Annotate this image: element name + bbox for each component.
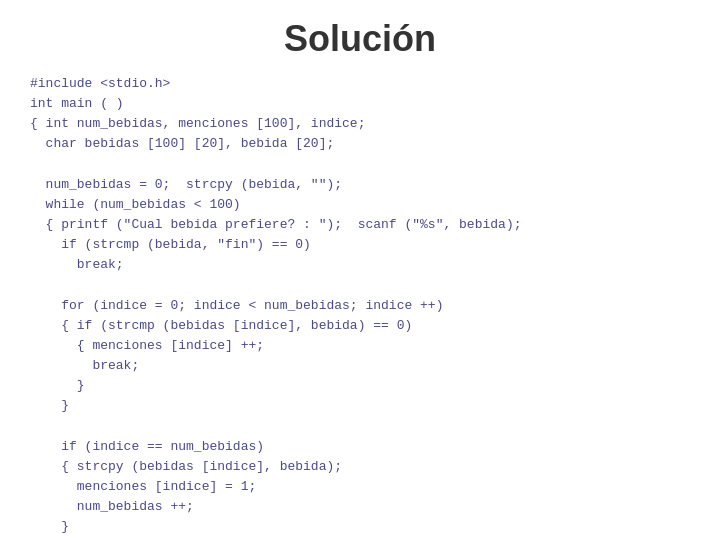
page-title: Solución [0,0,720,70]
code-block: #include <stdio.h> int main ( ) { int nu… [0,70,720,540]
page-container: Solución #include <stdio.h> int main ( )… [0,0,720,540]
